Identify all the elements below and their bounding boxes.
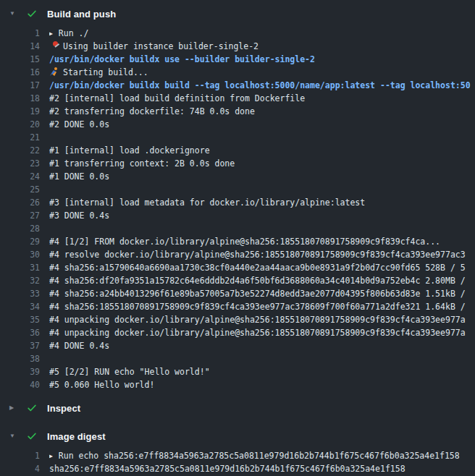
- line-number: 21: [0, 131, 40, 144]
- log-line[interactable]: 32 #4 sha256:df20fa9351a15782c64e6dddb2d…: [0, 274, 475, 287]
- log-line-content: /usr/bin/docker buildx build --tag local…: [49, 79, 475, 92]
- log-line-content: #4 [1/2] FROM docker.io/library/alpine@s…: [49, 235, 475, 248]
- line-number: 15: [0, 53, 40, 66]
- success-check-icon: [26, 402, 38, 414]
- log-line[interactable]: 30 #4 resolve docker.io/library/alpine@s…: [0, 248, 475, 261]
- log-text: #4 sha256:a24bb4013296f61e89ba57005a7b3e…: [49, 289, 466, 299]
- line-number: 34: [0, 300, 40, 313]
- log-line[interactable]: 18 #2 [internal] load build definition f…: [0, 92, 475, 105]
- log-line[interactable]: 36 #4 unpacking docker.io/library/alpine…: [0, 326, 475, 339]
- log-line-content: #3 DONE 0.4s: [49, 209, 475, 222]
- log-line-content: #4 sha256:185518070891758909c9f839cf4ca3…: [49, 300, 475, 313]
- log-line-content: #1 [internal] load .dockerignore: [49, 144, 475, 157]
- log-text: #4 unpacking docker.io/library/alpine@sh…: [49, 328, 466, 338]
- log-text: Run ./: [59, 28, 89, 38]
- log-text: /usr/bin/docker buildx build --tag local…: [49, 80, 471, 90]
- log-line-content: #4 resolve docker.io/library/alpine@sha2…: [49, 248, 475, 261]
- section-expander-icon[interactable]: ▶: [9, 404, 20, 412]
- log-line-content: #4 DONE 0.4s: [49, 339, 475, 352]
- log-text: #4 [1/2] FROM docker.io/library/alpine@s…: [49, 237, 440, 247]
- log-text: #4 DONE 0.4s: [49, 341, 109, 351]
- log-line[interactable]: 20 #2 DONE 0.0s: [0, 118, 475, 131]
- line-number: 23: [0, 157, 40, 170]
- log-section: ▼ Build and push 1 ▶Run ./ 14 Using buil…: [0, 1, 475, 396]
- log-line[interactable]: 39 #5 [2/2] RUN echo "Hello world!": [0, 365, 475, 378]
- log-section: ▶ Inspect: [0, 396, 475, 424]
- log-line[interactable]: 37 #4 DONE 0.4s: [0, 339, 475, 352]
- log-line[interactable]: 38: [0, 352, 475, 365]
- log-line-content: /usr/bin/docker buildx use --builder bui…: [49, 53, 475, 66]
- log-line-content: Using builder instance builder-single-2: [49, 40, 475, 53]
- section-expander-icon[interactable]: ▼: [9, 433, 20, 440]
- log-line-content: #2 DONE 0.0s: [49, 118, 475, 131]
- section-header[interactable]: ▼ Build and push: [0, 1, 475, 25]
- log-section: ▼ Image digest 1 ▶Run echo sha256:e7ff88…: [0, 424, 475, 476]
- log-line[interactable]: 22 #1 [internal] load .dockerignore: [0, 144, 475, 157]
- line-number: 25: [0, 183, 40, 196]
- log-text: #1 transferring context: 2B 0.0s done: [49, 158, 235, 169]
- log-line[interactable]: 17 /usr/bin/docker buildx build --tag lo…: [0, 79, 475, 92]
- log-line[interactable]: 1 ▶Run ./: [0, 27, 475, 40]
- pushpin-icon: [49, 41, 59, 50]
- run-expander-icon[interactable]: ▶: [49, 27, 53, 41]
- log-line[interactable]: 1 ▶Run echo sha256:e7ff8834a5963a2785c5a…: [0, 449, 475, 462]
- log-line[interactable]: 34 #4 sha256:185518070891758909c9f839cf4…: [0, 300, 475, 313]
- line-number: 37: [0, 339, 40, 352]
- log-text: #1 [internal] load .dockerignore: [49, 145, 210, 156]
- line-number: 20: [0, 118, 40, 131]
- log-line[interactable]: 16 Starting build...: [0, 66, 475, 79]
- log-text: #1 DONE 0.0s: [49, 171, 109, 182]
- log-line[interactable]: 31 #4 sha256:a15790640a6690aa1730c38cf0a…: [0, 261, 475, 274]
- section-header[interactable]: ▶ Inspect: [0, 396, 475, 420]
- line-number: 39: [0, 365, 40, 378]
- success-check-icon: [26, 8, 38, 20]
- log-line[interactable]: 19 #2 transferring dockerfile: 74B 0.0s …: [0, 105, 475, 118]
- log-line[interactable]: 4 sha256:e7ff8834a5963a2785c5a0811e979d1…: [0, 462, 475, 475]
- log-line[interactable]: 27 #3 DONE 0.4s: [0, 209, 475, 222]
- log-line-content: sha256:e7ff8834a5963a2785c5a0811e979d16b…: [49, 462, 475, 475]
- log-line-content: #1 transferring context: 2B 0.0s done: [49, 157, 475, 170]
- log-text: #3 DONE 0.4s: [49, 211, 109, 221]
- log-line[interactable]: 28: [0, 222, 475, 235]
- log-line-content: #2 [internal] load build definition from…: [49, 92, 475, 105]
- log-line[interactable]: 21: [0, 131, 475, 144]
- log-text: #5 [2/2] RUN echo "Hello world!": [49, 367, 210, 377]
- section-lines: 1 ▶Run ./ 14 Using builder instance buil…: [0, 25, 475, 391]
- line-number: 30: [0, 248, 40, 261]
- log-line-content: #1 DONE 0.0s: [49, 170, 475, 183]
- line-number: 29: [0, 235, 40, 248]
- section-title: Build and push: [47, 9, 116, 20]
- log-line-content: #3 [internal] load metadata for docker.i…: [49, 196, 475, 209]
- log-text: #4 resolve docker.io/library/alpine@sha2…: [49, 250, 466, 260]
- log-line[interactable]: 35 #4 unpacking docker.io/library/alpine…: [0, 313, 475, 326]
- log-text: #4 unpacking docker.io/library/alpine@sh…: [49, 315, 466, 325]
- log-line[interactable]: 26 #3 [internal] load metadata for docke…: [0, 196, 475, 209]
- log-line-content: #5 [2/2] RUN echo "Hello world!": [49, 365, 475, 378]
- line-number: 17: [0, 79, 40, 92]
- log-line[interactable]: 33 #4 sha256:a24bb4013296f61e89ba57005a7…: [0, 287, 475, 300]
- log-line[interactable]: 24 #1 DONE 0.0s: [0, 170, 475, 183]
- run-expander-icon[interactable]: ▶: [49, 450, 53, 463]
- section-expander-icon[interactable]: ▼: [9, 10, 20, 17]
- log-sections-container: ▼ Build and push 1 ▶Run ./ 14 Using buil…: [0, 1, 475, 476]
- log-text: #4 sha256:a15790640a6690aa1730c38cf0a440…: [49, 263, 466, 273]
- log-line-content: #4 unpacking docker.io/library/alpine@sh…: [49, 326, 475, 339]
- line-number: 32: [0, 274, 40, 287]
- log-text: Starting build...: [63, 67, 148, 77]
- log-text: #5 0.060 Hello world!: [49, 380, 154, 390]
- log-line[interactable]: 29 #4 [1/2] FROM docker.io/library/alpin…: [0, 235, 475, 248]
- log-line[interactable]: 23 #1 transferring context: 2B 0.0s done: [0, 157, 475, 170]
- section-title: Inspect: [47, 403, 80, 414]
- section-header[interactable]: ▼ Image digest: [0, 424, 475, 448]
- log-text: #2 [internal] load build definition from…: [49, 93, 305, 103]
- line-number: 31: [0, 261, 40, 274]
- line-number: 33: [0, 287, 40, 300]
- line-number: 26: [0, 196, 40, 209]
- line-number: 24: [0, 170, 40, 183]
- log-line[interactable]: 14 Using builder instance builder-single…: [0, 40, 475, 53]
- log-line[interactable]: 40 #5 0.060 Hello world!: [0, 378, 475, 391]
- log-line[interactable]: 15 /usr/bin/docker buildx use --builder …: [0, 53, 475, 66]
- line-number: 14: [0, 40, 40, 53]
- log-line-content: #4 sha256:a24bb4013296f61e89ba57005a7b3e…: [49, 287, 475, 300]
- log-line[interactable]: 25: [0, 183, 475, 196]
